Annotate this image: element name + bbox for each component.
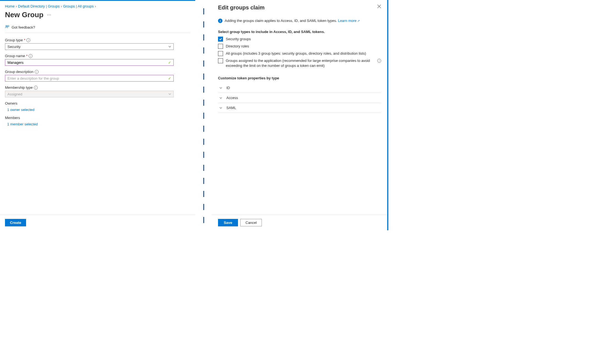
membership-type-dropdown: Assigned <box>5 91 174 97</box>
checkbox-all-groups[interactable]: All groups (includes 3 group types: secu… <box>218 51 381 56</box>
cancel-button[interactable]: Cancel <box>240 219 262 226</box>
group-name-input[interactable] <box>7 60 168 65</box>
learn-more-link[interactable]: Learn more ↗ <box>338 19 360 23</box>
checkbox-icon <box>218 37 223 42</box>
checkmark-icon: ✓ <box>168 76 171 80</box>
info-icon[interactable]: i <box>35 70 39 74</box>
owners-selected-link[interactable]: 1 owner selected <box>5 108 190 112</box>
expand-row-access[interactable]: Access <box>218 93 381 103</box>
chevron-right-icon: › <box>95 4 96 8</box>
checkbox-groups-assigned[interactable]: Groups assigned to the application (reco… <box>218 58 381 68</box>
external-link-icon: ↗ <box>356 19 360 22</box>
expand-label: ID <box>226 86 230 90</box>
chevron-down-icon <box>219 106 222 110</box>
breadcrumb-home[interactable]: Home <box>5 4 15 8</box>
required-indicator: * <box>24 38 25 42</box>
chevron-right-icon: › <box>61 4 62 8</box>
owners-label: Owners <box>5 101 190 105</box>
page-title: New Group <box>5 11 44 19</box>
select-group-types-heading: Select group types to include in Access,… <box>218 30 381 34</box>
group-type-dropdown[interactable]: Security <box>5 43 174 50</box>
expand-label: SAML <box>226 106 236 110</box>
required-indicator: * <box>26 54 27 58</box>
members-label: Members <box>5 116 190 120</box>
info-icon: i <box>218 19 222 23</box>
expand-label: Access <box>226 96 238 100</box>
checkbox-label: Security groups <box>226 37 381 42</box>
create-button[interactable]: Create <box>5 219 26 226</box>
panel-title: Edit groups claim <box>218 4 265 11</box>
group-description-label: Group description <box>5 70 34 74</box>
save-button[interactable]: Save <box>218 219 238 226</box>
info-icon[interactable]: i <box>34 86 38 90</box>
new-group-panel: Home › Default Directory | Groups › Grou… <box>0 0 195 230</box>
checkbox-label: Directory roles <box>226 44 381 49</box>
got-feedback-link[interactable]: Got feedback? <box>5 22 190 33</box>
checkbox-icon <box>218 44 223 49</box>
group-description-input-wrapper: ✓ <box>5 75 174 82</box>
info-icon[interactable]: i <box>29 54 32 58</box>
chevron-down-icon <box>219 96 222 100</box>
expand-row-id[interactable]: ID <box>218 83 381 93</box>
checkbox-directory-roles[interactable]: Directory roles <box>218 44 381 49</box>
members-selected-link[interactable]: 1 member selected <box>5 122 190 126</box>
edit-groups-claim-panel: Edit groups claim i Adding the groups cl… <box>212 0 388 230</box>
group-type-value: Security <box>7 45 21 49</box>
breadcrumb-directory[interactable]: Default Directory | Groups <box>18 4 60 8</box>
feedback-icon <box>5 25 9 30</box>
group-name-label: Group name <box>5 54 25 58</box>
checkbox-label: All groups (includes 3 group types: secu… <box>226 51 381 56</box>
close-icon <box>377 4 381 8</box>
info-bar: i Adding the groups claim applies to Acc… <box>218 19 381 23</box>
new-group-footer: Create <box>0 215 195 230</box>
chevron-down-icon <box>168 93 171 95</box>
breadcrumb-groups[interactable]: Groups | All groups <box>63 4 93 8</box>
checkbox-icon <box>218 51 223 56</box>
feedback-label: Got feedback? <box>12 25 35 29</box>
more-actions-button[interactable]: ⋯ <box>47 12 52 17</box>
panel-divider <box>195 0 212 230</box>
breadcrumb: Home › Default Directory | Groups › Grou… <box>5 4 190 8</box>
checkbox-icon <box>218 58 223 63</box>
customize-heading: Customize token properties by type <box>218 76 381 80</box>
group-type-label: Group type <box>5 38 23 42</box>
info-icon[interactable]: i <box>26 38 30 42</box>
info-icon[interactable]: i <box>377 59 381 63</box>
chevron-down-icon <box>219 86 222 90</box>
membership-type-label: Membership type <box>5 85 33 90</box>
checkbox-security-groups[interactable]: Security groups <box>218 37 381 42</box>
info-text: Adding the groups claim applies to Acces… <box>225 19 360 23</box>
group-description-input[interactable] <box>7 76 168 80</box>
svg-point-0 <box>6 26 7 27</box>
checkmark-icon: ✓ <box>168 60 171 65</box>
chevron-right-icon: › <box>16 4 17 8</box>
edit-groups-footer: Save Cancel <box>212 215 387 230</box>
checkbox-label: Groups assigned to the application (reco… <box>226 58 374 68</box>
expand-row-saml[interactable]: SAML <box>218 103 381 113</box>
group-name-input-wrapper: ✓ <box>5 59 174 66</box>
close-button[interactable] <box>377 4 381 9</box>
chevron-down-icon <box>168 45 171 48</box>
membership-type-value: Assigned <box>7 92 22 96</box>
